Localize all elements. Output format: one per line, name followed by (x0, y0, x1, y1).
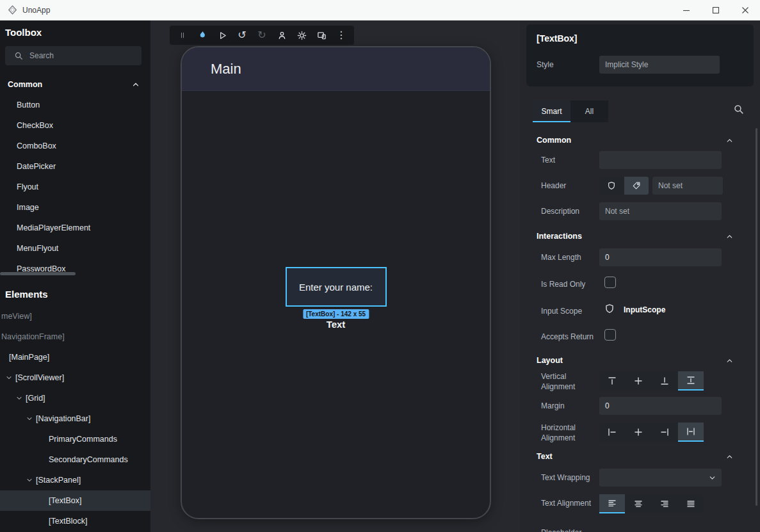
theme-toggle-icon[interactable] (296, 28, 307, 42)
page-title: Main (211, 61, 241, 77)
tree-item[interactable]: [NavigationBar] (0, 408, 150, 429)
text-wrapping-dropdown[interactable] (599, 469, 722, 487)
kebab-menu-icon[interactable]: ⋮ (336, 28, 347, 42)
prop-row-margin: Margin (520, 397, 760, 417)
tree-item[interactable]: [Grid] (0, 388, 150, 408)
tree-item-label: [StackPanel] (36, 476, 81, 485)
margin-input[interactable] (599, 397, 722, 415)
text-input[interactable] (599, 151, 722, 169)
is-read-only-checkbox[interactable] (604, 277, 616, 288)
inspector-search-icon[interactable] (733, 104, 744, 115)
tree-item-label: [Grid] (26, 394, 45, 403)
section-header-interactions[interactable]: Interactions (520, 227, 750, 246)
halign-center-button[interactable] (626, 423, 651, 442)
toolbox-search-input[interactable] (29, 51, 125, 60)
valign-center-button[interactable] (626, 371, 651, 391)
tag-button[interactable] (624, 177, 649, 195)
chevron-up-icon[interactable] (725, 136, 734, 145)
toolbox-item[interactable]: PasswordBox (0, 259, 150, 279)
toolbox-item[interactable]: Button (0, 95, 150, 115)
tab-smart[interactable]: Smart (533, 101, 570, 122)
binding-shield-button[interactable] (599, 177, 624, 195)
text-align-justify-button[interactable] (678, 494, 704, 513)
chevron-up-icon[interactable] (131, 80, 140, 89)
valign-bottom-button[interactable] (652, 371, 677, 391)
halign-right-button[interactable] (652, 423, 677, 442)
hot-reload-flame-icon[interactable] (197, 28, 208, 42)
tree-item-selected[interactable]: [TextBox] (0, 490, 150, 511)
chevron-down-icon[interactable] (15, 394, 23, 402)
chevron-down-icon[interactable] (26, 415, 33, 423)
section-header-layout[interactable]: Layout (520, 351, 750, 370)
valign-stretch-button[interactable] (678, 371, 704, 391)
tree-item[interactable]: SecondaryCommands (0, 449, 150, 470)
element-picker-icon[interactable] (276, 28, 287, 42)
prop-row-horizontal-alignment: Horizontal Alignment (520, 423, 760, 444)
canvas-textbox[interactable]: Enter your name: (286, 267, 387, 307)
chevron-up-icon[interactable] (725, 357, 734, 365)
toolbox-item[interactable]: CheckBox (0, 115, 150, 136)
text-wrapping-label: Text Wrapping (541, 473, 590, 482)
toolbox-item[interactable]: Flyout (0, 177, 150, 197)
drag-handle-icon[interactable] (177, 28, 188, 42)
toolbox-horizontal-scrollbar[interactable] (0, 272, 76, 275)
canvas-textbox-text: Enter your name: (299, 282, 373, 293)
form-factor-icon[interactable] (316, 28, 327, 42)
horizontal-alignment-label: Horizontal Alignment (541, 423, 586, 443)
input-scope-value[interactable]: InputScope (624, 305, 665, 314)
tree-item-label: PrimaryCommands (49, 435, 117, 444)
chevron-up-icon[interactable] (725, 453, 734, 461)
section-header-text[interactable]: Text (520, 447, 750, 466)
inspector-scrollbar[interactable] (756, 128, 757, 506)
design-canvas: ↺ ↻ ⋮ Main Enter your name: [TextBox] - … (150, 20, 520, 532)
section-header-common[interactable]: Common (520, 131, 750, 150)
text-align-center-button[interactable] (626, 494, 651, 513)
tree-item[interactable]: PrimaryCommands (0, 429, 150, 449)
accepts-return-checkbox[interactable] (604, 329, 616, 341)
text-align-right-button[interactable] (652, 494, 677, 513)
prop-row-accepts-return: Accepts Return (520, 328, 760, 348)
toolbox-section-label: Common (8, 80, 42, 89)
toolbox-section-common[interactable]: Common (0, 74, 150, 95)
toolbox-search[interactable] (5, 46, 141, 65)
prop-row-max-length: Max Length (520, 248, 760, 269)
left-sidebar: Toolbox Common Button CheckBox ComboBox … (0, 20, 150, 532)
minimize-button[interactable] (672, 0, 701, 20)
tree-item[interactable]: [StackPanel] (0, 470, 150, 490)
play-button[interactable] (216, 28, 228, 42)
tree-item[interactable]: meView] (0, 306, 150, 326)
toolbox-list: Button CheckBox ComboBox DatePicker Flyo… (0, 95, 150, 279)
toolbox-item[interactable]: MenuFlyout (0, 238, 150, 259)
halign-left-button[interactable] (599, 423, 625, 442)
tree-item[interactable]: [MainPage] (0, 347, 150, 367)
header-input[interactable] (652, 177, 723, 195)
chevron-down-icon[interactable] (5, 374, 13, 382)
chevron-down-icon[interactable] (26, 476, 33, 484)
halign-stretch-button[interactable] (678, 423, 704, 442)
tree-item[interactable]: [TextBlock] (0, 511, 150, 531)
vertical-alignment-label: Vertical Alignment (541, 371, 586, 392)
redo-button[interactable]: ↻ (256, 28, 268, 42)
tab-all[interactable]: All (570, 101, 608, 122)
undo-button[interactable]: ↺ (236, 28, 248, 42)
toolbox-item[interactable]: MediaPlayerElement (0, 218, 150, 238)
tree-item[interactable]: [ScrollViewer] (0, 367, 150, 388)
valign-top-button[interactable] (599, 371, 625, 391)
style-input[interactable] (599, 56, 720, 74)
canvas-toolbar: ↺ ↻ ⋮ (170, 26, 354, 45)
tree-item[interactable]: NavigationFrame] (0, 326, 150, 347)
binding-shield-icon[interactable] (604, 303, 615, 314)
toolbox-item[interactable]: Image (0, 197, 150, 218)
max-length-input[interactable] (599, 248, 722, 266)
close-button[interactable] (731, 0, 760, 20)
chevron-up-icon[interactable] (725, 232, 734, 241)
description-input[interactable] (599, 202, 722, 220)
maximize-button[interactable] (701, 0, 731, 20)
app-navigation-bar: Main (182, 47, 490, 91)
prop-row-text-wrapping: Text Wrapping (520, 469, 760, 489)
toolbox-item[interactable]: ComboBox (0, 136, 150, 156)
prop-row-text-alignment: Text Alignment (520, 494, 760, 516)
text-align-left-button[interactable] (599, 494, 625, 513)
canvas-textblock[interactable]: Text (327, 319, 346, 330)
toolbox-item[interactable]: DatePicker (0, 156, 150, 177)
